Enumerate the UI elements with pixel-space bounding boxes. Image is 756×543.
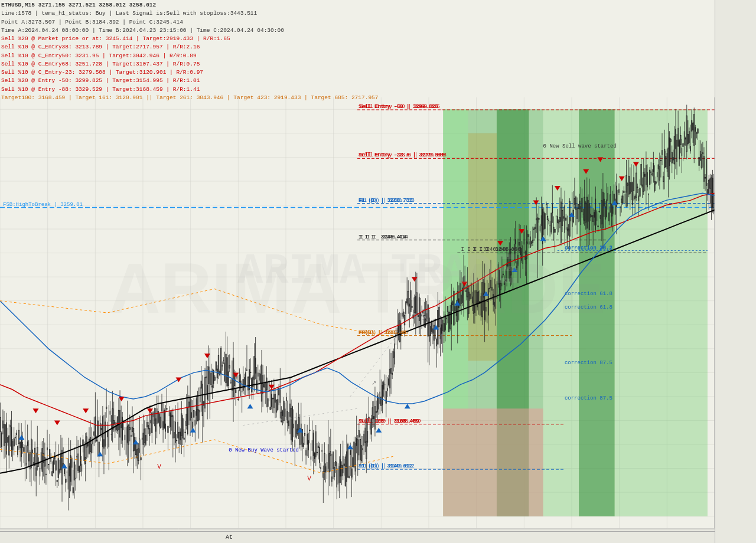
bottom-text: At [226,534,233,541]
chart-container: ETHUSD,M15 3271.155 3271.521 3258.012 32… [0,0,756,543]
price-axis [715,0,756,543]
time-axis [0,531,715,543]
watermark: ARIMA TRADE [237,247,518,296]
